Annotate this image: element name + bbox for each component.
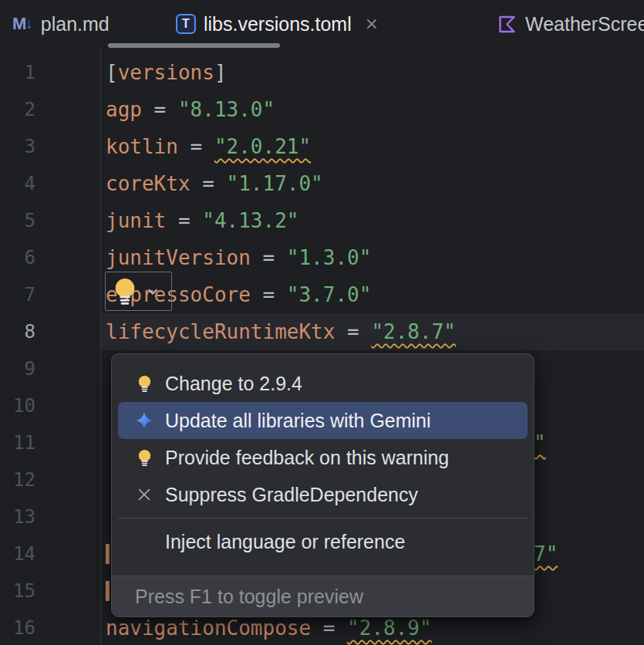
line-number-10: 10: [0, 387, 35, 424]
suppress-x-icon: [135, 485, 153, 504]
toml-bracket: [: [106, 61, 118, 84]
toml-equals: =: [251, 246, 287, 269]
toml-value: "1.17.0": [227, 172, 323, 195]
code-line-8[interactable]: lifecycleRuntimeKtx = "2.8.7": [106, 313, 456, 350]
toml-key: kotlin: [106, 135, 178, 158]
tab-label: plan.md: [41, 13, 110, 35]
toml-equals: =: [191, 172, 227, 195]
tab-plan-md[interactable]: M↓ plan.md: [12, 0, 110, 48]
tab-label: WeatherScree: [525, 13, 644, 35]
toml-value: "1.3.0": [287, 246, 372, 269]
toml-key: agp: [106, 98, 142, 121]
toml-value-warning: ": [534, 431, 546, 454]
line-number-1: 1: [0, 54, 35, 91]
popup-footer: Press F1 to toggle preview: [112, 576, 534, 616]
code-line-1[interactable]: [versions]: [106, 54, 227, 91]
toml-value-warning: "2.8.9": [347, 616, 432, 640]
empty-icon-spacer: [135, 532, 153, 551]
lightbulb-icon: [110, 276, 140, 307]
kotlin-icon: [497, 14, 518, 35]
toml-value-warning: "2.0.21": [214, 135, 311, 158]
toml-key: junitVersion: [106, 246, 251, 269]
line-number-9: 9: [0, 350, 35, 387]
line-number-6: 6: [0, 239, 35, 276]
toml-bracket: ]: [214, 61, 227, 84]
code-line-14-left-sliver: [106, 544, 110, 564]
popup-footer-hint: Press F1 to toggle preview: [135, 586, 363, 608]
toml-equals: =: [178, 135, 214, 158]
gutter-separator: [100, 49, 101, 645]
line-number-8: 8: [0, 313, 35, 350]
tab-label: libs.versions.toml: [204, 13, 352, 35]
code-line-15-left-sliver: [106, 581, 110, 601]
line-number-12: 12: [0, 461, 35, 498]
toml-key: junit: [106, 209, 166, 232]
toml-equals: =: [335, 320, 371, 343]
ide-window: M↓ plan.md T libs.versions.toml WeatherS…: [0, 0, 644, 645]
tabbar-scrollbar-thumb[interactable]: [108, 43, 280, 48]
editor-tab-bar: M↓ plan.md T libs.versions.toml WeatherS…: [0, 0, 644, 48]
line-number-16: 16: [0, 610, 35, 645]
toml-value: "4.13.2": [202, 209, 298, 232]
line-number-5: 5: [0, 202, 35, 239]
code-line-3[interactable]: kotlin = "2.0.21": [106, 128, 311, 165]
gemini-sparkle-icon: [135, 411, 153, 430]
code-line-14-fragment[interactable]: 7": [534, 535, 558, 572]
toml-key: coreKtx: [106, 172, 191, 195]
lightbulb-icon: [135, 448, 153, 467]
toml-value: "3.7.0": [287, 283, 372, 306]
code-line-11-fragment[interactable]: ": [534, 424, 546, 461]
toml-equals: =: [166, 209, 202, 232]
popup-item-provide-feedback[interactable]: Provide feedback on this warning: [118, 439, 528, 476]
line-number-13: 13: [0, 498, 35, 535]
popup-divider: [118, 518, 528, 518]
line-number-15: 15: [0, 572, 35, 610]
code-line-5[interactable]: junit = "4.13.2": [106, 202, 298, 239]
intention-bulb-widget[interactable]: [105, 272, 172, 311]
chevron-down-icon: [144, 283, 161, 300]
popup-item-label: Suppress GradleDependency: [165, 484, 418, 506]
toml-value-warning: "2.8.7": [371, 320, 456, 343]
line-number-4: 4: [0, 165, 35, 202]
popup-item-label: Update all libraries with Gemini: [165, 410, 431, 432]
toml-key: navigationCompose: [106, 616, 311, 640]
line-number-2: 2: [0, 91, 35, 128]
line-number-11: 11: [0, 424, 35, 461]
intention-actions-popup: Change to 2.9.4 Update all librari: [111, 353, 534, 617]
toml-key: lifecycleRuntimeKtx: [106, 320, 335, 343]
toml-file-icon: T: [176, 14, 196, 34]
tab-close-icon[interactable]: [364, 16, 379, 32]
popup-item-suppress[interactable]: Suppress GradleDependency: [118, 476, 528, 513]
tab-weatherscreen[interactable]: WeatherScree: [497, 0, 644, 48]
markdown-icon: M↓: [12, 14, 33, 34]
code-line-6[interactable]: junitVersion = "1.3.0": [106, 239, 371, 276]
toml-value-warning: 7": [534, 542, 558, 566]
toml-section-name: versions: [118, 61, 214, 84]
toml-value: "8.13.0": [178, 98, 275, 121]
line-number-14: 14: [0, 535, 35, 572]
tab-libs-versions-toml[interactable]: T libs.versions.toml: [176, 0, 379, 48]
toml-equals: =: [142, 98, 178, 121]
popup-item-update-with-gemini[interactable]: Update all libraries with Gemini: [118, 402, 528, 439]
toml-equals: =: [311, 616, 347, 640]
popup-item-label: Provide feedback on this warning: [165, 447, 449, 469]
popup-item-label: Inject language or reference: [165, 531, 405, 553]
popup-item-change-version[interactable]: Change to 2.9.4: [118, 365, 528, 402]
toml-equals: =: [251, 283, 287, 306]
lightbulb-icon: [135, 374, 153, 393]
code-line-2[interactable]: agp = "8.13.0": [106, 91, 275, 128]
line-number-3: 3: [0, 128, 35, 165]
popup-item-label: Change to 2.9.4: [165, 373, 302, 395]
line-number-7: 7: [0, 276, 35, 313]
popup-item-inject-language[interactable]: Inject language or reference: [118, 523, 528, 560]
code-line-4[interactable]: coreKtx = "1.17.0": [106, 165, 323, 202]
